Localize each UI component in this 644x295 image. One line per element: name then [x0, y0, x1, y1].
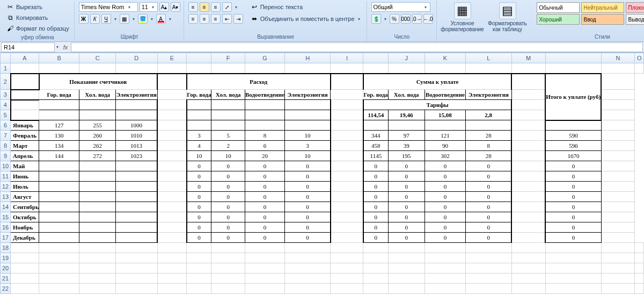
cell[interactable]	[11, 110, 39, 120]
cell[interactable]: 0	[363, 161, 388, 171]
cell[interactable]: 39	[388, 141, 425, 151]
cell[interactable]: Расход	[187, 74, 331, 90]
cell[interactable]: 0	[363, 233, 388, 243]
cell[interactable]: Водоотведение	[425, 90, 466, 100]
cell[interactable]: 0	[211, 222, 245, 233]
thousands-button[interactable]: 000	[401, 14, 411, 24]
cell[interactable]: 4	[187, 141, 211, 151]
cell[interactable]: 0	[363, 192, 388, 202]
style-bad[interactable]: Плохой	[626, 2, 645, 13]
indent-decrease-button[interactable]: ⇤	[222, 14, 232, 24]
col-header[interactable]: B	[39, 53, 79, 63]
cell[interactable]: 97	[388, 131, 425, 141]
cell[interactable]: 0	[187, 182, 211, 192]
col-header[interactable]: L	[466, 53, 511, 63]
worksheet[interactable]: ABCDEFGHIJKLMNO12Показание счетчиковРасх…	[0, 53, 644, 295]
row-header[interactable]: 4	[1, 100, 11, 110]
cell[interactable]: 0	[284, 161, 330, 171]
cell[interactable]: Сумма к уплате	[363, 74, 511, 90]
cell[interactable]: Электроэнегия	[466, 90, 511, 100]
cell[interactable]	[79, 192, 116, 202]
cell[interactable]: 0	[211, 192, 245, 202]
cell[interactable]: 1013	[116, 141, 157, 151]
grow-font-button[interactable]: A▴	[159, 2, 169, 12]
cell[interactable]: 0	[388, 161, 425, 171]
row-header[interactable]: 2	[1, 74, 11, 90]
cell[interactable]: 0	[211, 182, 245, 192]
cell[interactable]: 0	[245, 171, 284, 182]
font-size-combo[interactable]: 11▾	[140, 2, 158, 12]
row-header[interactable]: 11	[1, 171, 11, 182]
col-header[interactable]: J	[388, 53, 425, 63]
cell[interactable]: 0	[363, 222, 388, 233]
col-header[interactable]	[363, 53, 388, 63]
cell[interactable]	[116, 202, 157, 212]
shrink-font-button[interactable]: A▾	[171, 2, 180, 12]
cell[interactable]: 1023	[116, 151, 157, 161]
row-header[interactable]: 22	[1, 284, 11, 294]
cell[interactable]: 0	[425, 171, 466, 182]
number-format-combo[interactable]: Общий▾	[371, 2, 430, 12]
cell[interactable]	[79, 222, 116, 233]
cell[interactable]	[245, 100, 284, 110]
col-header[interactable]: A	[11, 53, 39, 63]
row-header[interactable]: 20	[1, 263, 11, 274]
cell[interactable]: 20	[245, 151, 284, 161]
cell[interactable]	[116, 222, 157, 233]
cell[interactable]: Тарифы	[363, 100, 511, 110]
font-name-combo[interactable]: Times New Rom▾	[79, 2, 138, 12]
cell[interactable]: 3	[284, 141, 330, 151]
cell[interactable]: Гор. вода	[363, 90, 388, 100]
format-painter-button[interactable]: 🖌Формат по образцу	[4, 24, 71, 33]
cell[interactable]: 0	[466, 202, 511, 212]
cell[interactable]: 0	[284, 222, 330, 233]
cell[interactable]	[79, 100, 116, 110]
cell[interactable]: Июнь	[11, 171, 39, 182]
currency-button[interactable]: 💲	[371, 14, 381, 24]
cell[interactable]: 28	[466, 151, 511, 161]
cell[interactable]: 0	[545, 182, 601, 192]
cell[interactable]: 0	[211, 212, 245, 222]
cell[interactable]	[79, 202, 116, 212]
cell[interactable]	[39, 222, 79, 233]
cell[interactable]: 0	[466, 171, 511, 182]
cell[interactable]: Хол. вода	[211, 90, 245, 100]
cell[interactable]: 0	[388, 222, 425, 233]
col-header[interactable]: E	[157, 53, 187, 63]
cell[interactable]: 0	[363, 212, 388, 222]
cell[interactable]: 0	[245, 202, 284, 212]
col-header[interactable]: D	[116, 53, 157, 63]
cell[interactable]: 0	[284, 192, 330, 202]
cell[interactable]	[187, 110, 211, 120]
cell[interactable]: Электроэнегия	[284, 90, 330, 100]
cell[interactable]	[245, 110, 284, 120]
cell[interactable]: 0	[363, 182, 388, 192]
bold-button[interactable]: Ж	[79, 14, 89, 24]
cell[interactable]: 0	[388, 212, 425, 222]
align-left-button[interactable]: ≡	[188, 14, 198, 24]
cell[interactable]: 6	[245, 141, 284, 151]
cell[interactable]: 302	[425, 151, 466, 161]
cell[interactable]: 0	[466, 212, 511, 222]
cell[interactable]: 344	[363, 131, 388, 141]
cell[interactable]: 0	[187, 192, 211, 202]
cell[interactable]: Октябрь	[11, 212, 39, 222]
cell[interactable]	[39, 202, 79, 212]
cell[interactable]: 0	[284, 171, 330, 182]
formula-input[interactable]	[71, 42, 643, 52]
cell[interactable]: 121	[425, 131, 466, 141]
cell[interactable]: 262	[79, 141, 116, 151]
chevron-down-icon[interactable]: ▾	[233, 3, 239, 11]
chevron-down-icon[interactable]: ▾	[131, 15, 136, 23]
cell[interactable]: 0	[425, 182, 466, 192]
cell[interactable]: 0	[211, 161, 245, 171]
align-right-button[interactable]: ≡	[211, 14, 221, 24]
cell[interactable]: 28	[466, 131, 511, 141]
conditional-formatting-button[interactable]: ▦ Условное форматирование	[441, 2, 484, 32]
cell[interactable]	[211, 100, 245, 110]
align-middle-button[interactable]: ≡	[200, 2, 209, 12]
row-header[interactable]: 5	[1, 110, 11, 120]
cell[interactable]: 0	[425, 202, 466, 212]
cell[interactable]: 127	[39, 120, 79, 131]
cell[interactable]: 1000	[116, 120, 157, 131]
